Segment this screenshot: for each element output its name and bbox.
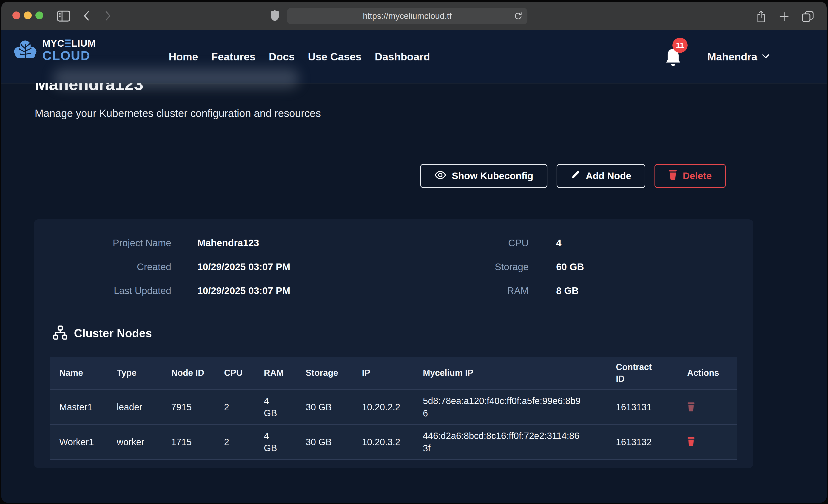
- tab-overview-button[interactable]: [802, 11, 814, 23]
- privacy-shield-icon[interactable]: [270, 10, 280, 23]
- address-bar[interactable]: https://myceliumcloud.tf: [287, 8, 527, 24]
- cell-name: Master1: [50, 390, 108, 424]
- notifications-button[interactable]: 11: [664, 47, 689, 75]
- cell-actions: [678, 390, 737, 424]
- info-value: 60 GB: [556, 261, 584, 272]
- share-button[interactable]: [756, 10, 767, 24]
- info-row-ram: RAM 8 GB: [391, 279, 584, 303]
- chrome-right-controls: [756, 10, 814, 24]
- cell-cpu: 2: [215, 390, 255, 424]
- info-row-created: Created 10/29/2025 03:07 PM: [34, 255, 290, 279]
- cell-cpu: 2: [215, 425, 255, 459]
- trash-icon: [687, 444, 695, 447]
- cell-ram: 4 GB: [255, 425, 296, 459]
- delete-node-button[interactable]: [687, 402, 695, 412]
- cell-mycelium-ip: 5d8:78ea:a120:f40c:ff0f:a5fe:99e6:8b96: [414, 390, 607, 424]
- info-value: 10/29/2025 03:07 PM: [197, 285, 290, 296]
- col-actions: Actions: [678, 357, 737, 389]
- info-row-project-name: Project Name Mahendra123: [34, 231, 290, 255]
- col-mycelium-ip: Mycelium IP: [414, 357, 607, 389]
- close-button[interactable]: [12, 11, 20, 19]
- info-row-storage: Storage 60 GB: [391, 255, 584, 279]
- cell-ip: 10.20.3.2: [353, 425, 414, 459]
- info-value: 4: [556, 238, 562, 249]
- cell-ip: 10.20.2.2: [353, 390, 414, 424]
- refresh-button[interactable]: [513, 11, 523, 22]
- cluster-nodes-title: Cluster Nodes: [74, 327, 152, 340]
- info-label: RAM: [391, 285, 529, 296]
- nav-use-cases[interactable]: Use Cases: [308, 50, 362, 63]
- main-nav: Home Features Docs Use Cases Dashboard: [169, 30, 430, 83]
- notification-badge: 11: [672, 38, 688, 53]
- cell-storage: 30 GB: [296, 425, 353, 459]
- refresh-icon: [513, 18, 523, 22]
- info-row-last-updated: Last Updated 10/29/2025 03:07 PM: [34, 279, 290, 303]
- logo-line2: CLOUD: [42, 49, 96, 62]
- info-value: Mahendra123: [197, 238, 259, 249]
- cell-type: worker: [108, 425, 162, 459]
- tabs-icon: [802, 19, 814, 23]
- info-label: Last Updated: [34, 285, 171, 296]
- delete-label: Delete: [683, 170, 712, 181]
- traffic-lights: [12, 11, 43, 19]
- sidebar-toggle-button[interactable]: [57, 10, 70, 22]
- cluster-info-left: Project Name Mahendra123 Created 10/29/2…: [34, 231, 290, 303]
- cluster-info-right: CPU 4 Storage 60 GB RAM 8 GB: [391, 231, 584, 303]
- nav-home[interactable]: Home: [169, 50, 198, 63]
- mycelium-logo-icon: [13, 39, 37, 61]
- back-button[interactable]: [83, 10, 90, 22]
- browser-window: https://myceliumcloud.tf: [1, 2, 827, 503]
- network-icon: [53, 326, 68, 341]
- show-kubeconfig-label: Show Kubeconfig: [452, 170, 533, 181]
- info-label: Storage: [391, 261, 529, 272]
- delete-node-button[interactable]: [687, 437, 695, 447]
- trash-icon: [668, 170, 677, 182]
- logo-wordmark: MYCLIUM CLOUD: [42, 39, 96, 62]
- new-tab-button[interactable]: [779, 11, 789, 23]
- cell-actions: [678, 425, 737, 459]
- col-name: Name: [50, 357, 108, 389]
- site-logo[interactable]: MYCLIUM CLOUD: [13, 39, 96, 62]
- table-row: Worker1 worker 1715 2 4 GB 30 GB 10.20.3…: [50, 425, 737, 460]
- minimize-button[interactable]: [24, 11, 32, 19]
- info-row-cpu: CPU 4: [391, 231, 584, 255]
- trash-icon: [687, 409, 695, 412]
- cell-type: leader: [108, 390, 162, 424]
- col-node-id: Node ID: [162, 357, 215, 389]
- cell-mycelium-ip: 446:d2a6:8bcd:8c16:ff0f:72e2:3114:863f: [414, 425, 607, 459]
- col-type: Type: [108, 357, 162, 389]
- col-ip: IP: [353, 357, 414, 389]
- user-name: Mahendra: [707, 50, 757, 63]
- nav-dashboard[interactable]: Dashboard: [375, 50, 430, 63]
- cell-name: Worker1: [50, 425, 108, 459]
- delete-cluster-button[interactable]: Delete: [655, 164, 726, 188]
- plus-icon: [779, 19, 789, 23]
- page-subtitle: Manage your Kubernetes cluster configura…: [35, 107, 321, 120]
- cell-contract-id: 1613131: [607, 390, 678, 424]
- cluster-details-card: Project Name Mahendra123 Created 10/29/2…: [34, 219, 753, 468]
- browser-chrome: https://myceliumcloud.tf: [1, 2, 827, 30]
- show-kubeconfig-button[interactable]: Show Kubeconfig: [420, 164, 547, 188]
- add-node-button[interactable]: Add Node: [556, 164, 645, 188]
- page-viewport: Mahendra123 Manage your Kubernetes clust…: [1, 30, 827, 503]
- pencil-icon: [571, 170, 580, 182]
- table-header-row: Name Type Node ID CPU RAM Storage IP Myc…: [50, 357, 737, 390]
- logo-e-bars: [65, 40, 71, 47]
- col-contract-id: Contract ID: [607, 357, 678, 389]
- cell-node-id: 7915: [162, 390, 215, 424]
- chevron-down-icon: [762, 54, 770, 60]
- forward-button[interactable]: [105, 10, 111, 22]
- chevron-left-icon: [83, 18, 90, 22]
- cell-storage: 30 GB: [296, 390, 353, 424]
- info-label: Project Name: [34, 238, 171, 249]
- col-cpu: CPU: [215, 357, 255, 389]
- user-menu[interactable]: Mahendra: [707, 30, 770, 83]
- url-text: https://myceliumcloud.tf: [363, 11, 452, 21]
- cell-ram: 4 GB: [255, 390, 296, 424]
- zoom-button[interactable]: [35, 11, 43, 19]
- info-label: CPU: [391, 238, 529, 249]
- info-value: 10/29/2025 03:07 PM: [197, 261, 290, 272]
- bell-icon: [664, 66, 682, 70]
- nav-docs[interactable]: Docs: [269, 50, 295, 63]
- nav-features[interactable]: Features: [211, 50, 255, 63]
